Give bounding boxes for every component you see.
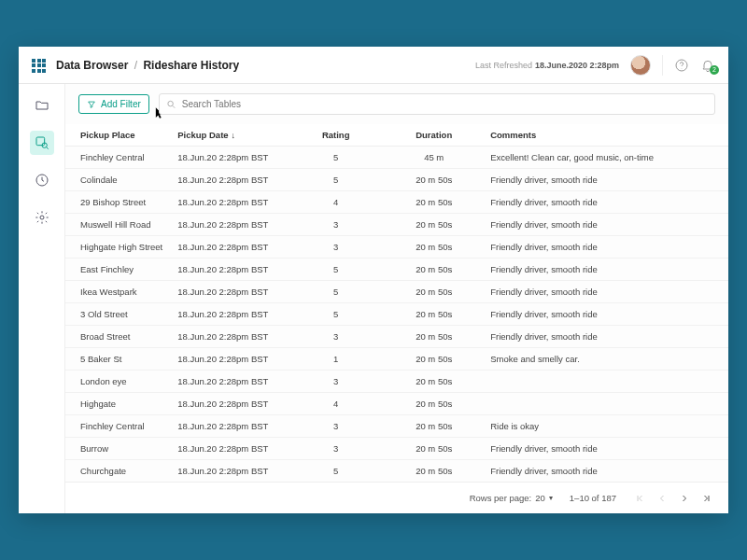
sidebar-item-settings[interactable] — [30, 205, 54, 230]
database-search-icon — [35, 135, 49, 150]
first-page-button[interactable] — [633, 492, 646, 505]
cell-date: 18.Jun.20 2:28pm BST — [170, 415, 287, 438]
cell-rating: 5 — [287, 303, 385, 326]
column-header-rating[interactable]: Rating — [287, 124, 385, 147]
filter-icon — [87, 100, 96, 109]
cell-place: Finchley Central — [65, 147, 170, 169]
app-window: Data Browser / Rideshare History Last Re… — [19, 47, 728, 513]
table-row[interactable]: Churchgate18.Jun.20 2:28pm BST520 m 50sF… — [65, 460, 728, 483]
column-header-place[interactable]: Pickup Place — [65, 124, 170, 147]
prev-page-button[interactable] — [655, 492, 669, 505]
divider — [662, 55, 663, 76]
table-row[interactable]: Muswell Hill Road18.Jun.20 2:28pm BST320… — [65, 214, 728, 236]
chevron-down-icon: ▾ — [549, 494, 553, 502]
cell-comments: Friendly driver, smooth ride — [483, 191, 728, 214]
cell-comments: Friendly driver, smooth ride — [483, 169, 728, 191]
cell-comments: Ride is okay — [483, 415, 728, 438]
cell-duration: 20 m 50s — [385, 438, 483, 460]
avatar[interactable] — [630, 55, 651, 76]
breadcrumb-root[interactable]: Data Browser — [56, 59, 128, 72]
last-page-icon — [701, 493, 712, 504]
apps-grid-icon[interactable] — [32, 59, 45, 72]
table-row[interactable]: Finchley Central18.Jun.20 2:28pm BST320 … — [65, 415, 728, 438]
cell-comments: Excellent! Clean car, good music, on-tim… — [483, 147, 728, 169]
table-row[interactable]: Finchley Central18.Jun.20 2:28pm BST545 … — [65, 147, 728, 169]
cell-place: Highgate — [65, 393, 170, 415]
table-row[interactable]: Highgate High Street18.Jun.20 2:28pm BST… — [65, 236, 728, 259]
cell-date: 18.Jun.20 2:28pm BST — [170, 393, 287, 415]
cell-duration: 20 m 50s — [385, 326, 483, 348]
breadcrumb-separator: / — [134, 59, 137, 72]
cell-date: 18.Jun.20 2:28pm BST — [170, 348, 287, 371]
table-row[interactable]: 3 Old Street18.Jun.20 2:28pm BST520 m 50… — [65, 303, 728, 326]
table-row[interactable]: Ikea Westpark18.Jun.20 2:28pm BST520 m 5… — [65, 281, 728, 303]
column-header-comments[interactable]: Comments — [483, 124, 728, 147]
rows-per-page-label: Rows per page: — [470, 493, 532, 503]
next-page-button[interactable] — [678, 492, 691, 505]
sidebar-item-folder[interactable] — [30, 93, 54, 118]
cell-comments: Friendly driver, smooth ride — [483, 259, 728, 281]
sidebar-item-search-data[interactable] — [30, 131, 54, 155]
cell-place: Highgate High Street — [65, 236, 170, 259]
search-wrap — [159, 93, 715, 115]
cell-comments: Friendly driver, smooth ride — [483, 326, 728, 348]
table-wrap: Pickup Place Pickup Date↓ Rating Duratio… — [65, 124, 728, 482]
body: Add Filter Pickup Place Pickup Date↓ Rat… — [19, 84, 728, 513]
search-icon — [166, 99, 176, 109]
help-icon[interactable] — [674, 58, 689, 73]
add-filter-button[interactable]: Add Filter — [78, 94, 149, 114]
cell-duration: 20 m 50s — [385, 214, 483, 236]
notification-badge: 2 — [710, 65, 719, 75]
cell-date: 18.Jun.20 2:28pm BST — [170, 281, 287, 303]
topbar: Data Browser / Rideshare History Last Re… — [19, 47, 728, 84]
svg-rect-2 — [36, 137, 45, 146]
sort-descending-icon: ↓ — [232, 131, 236, 140]
cell-duration: 20 m 50s — [385, 348, 483, 371]
data-table: Pickup Place Pickup Date↓ Rating Duratio… — [65, 124, 728, 482]
cell-place: Burrow — [65, 438, 170, 460]
sidebar-item-history[interactable] — [30, 168, 54, 192]
cell-duration: 20 m 50s — [385, 236, 483, 259]
table-row[interactable]: 5 Baker St18.Jun.20 2:28pm BST120 m 50sS… — [65, 348, 728, 371]
cell-place: 5 Baker St — [65, 348, 170, 371]
cell-date: 18.Jun.20 2:28pm BST — [170, 147, 287, 169]
column-header-date[interactable]: Pickup Date↓ — [170, 124, 287, 147]
rows-per-page-value: 20 — [535, 493, 545, 503]
cell-place: 3 Old Street — [65, 303, 170, 326]
breadcrumb: Data Browser / Rideshare History — [56, 59, 239, 72]
table-row[interactable]: Broad Street18.Jun.20 2:28pm BST320 m 50… — [65, 326, 728, 348]
cell-comments: Friendly driver, smooth ride — [483, 281, 728, 303]
last-page-button[interactable] — [700, 492, 713, 505]
cell-comments — [483, 393, 728, 415]
sidebar — [19, 84, 65, 513]
first-page-icon — [634, 493, 645, 504]
cell-duration: 20 m 50s — [385, 169, 483, 191]
cell-place: Broad Street — [65, 326, 170, 348]
svg-point-1 — [682, 67, 683, 68]
table-row[interactable]: London eye18.Jun.20 2:28pm BST320 m 50s — [65, 371, 728, 393]
clock-icon — [35, 173, 49, 188]
search-input[interactable] — [159, 93, 715, 115]
cell-place: Churchgate — [65, 460, 170, 483]
column-header-duration[interactable]: Duration — [385, 124, 483, 147]
gear-icon — [35, 210, 49, 225]
rows-per-page[interactable]: Rows per page: 20 ▾ — [470, 493, 553, 503]
cell-date: 18.Jun.20 2:28pm BST — [170, 326, 287, 348]
table-row[interactable]: East Finchley18.Jun.20 2:28pm BST520 m 5… — [65, 259, 728, 281]
notification-bell-icon[interactable]: 2 — [700, 58, 715, 73]
table-row[interactable]: Colindale18.Jun.20 2:28pm BST520 m 50sFr… — [65, 169, 728, 191]
cell-date: 18.Jun.20 2:28pm BST — [170, 236, 287, 259]
table-row[interactable]: Highgate18.Jun.20 2:28pm BST420 m 50s — [65, 393, 728, 415]
svg-point-6 — [168, 101, 174, 106]
table-row[interactable]: 29 Bishop Street18.Jun.20 2:28pm BST420 … — [65, 191, 728, 214]
toolbar: Add Filter — [65, 84, 728, 124]
cell-duration: 45 m — [385, 147, 483, 169]
svg-point-5 — [40, 216, 44, 219]
cell-date: 18.Jun.20 2:28pm BST — [170, 303, 287, 326]
cell-place: Ikea Westpark — [65, 281, 170, 303]
cell-rating: 3 — [287, 415, 385, 438]
table-header-row: Pickup Place Pickup Date↓ Rating Duratio… — [65, 124, 728, 147]
main: Add Filter Pickup Place Pickup Date↓ Rat… — [65, 84, 728, 513]
folder-icon — [35, 98, 49, 113]
table-row[interactable]: Burrow18.Jun.20 2:28pm BST320 m 50sFrien… — [65, 438, 728, 460]
